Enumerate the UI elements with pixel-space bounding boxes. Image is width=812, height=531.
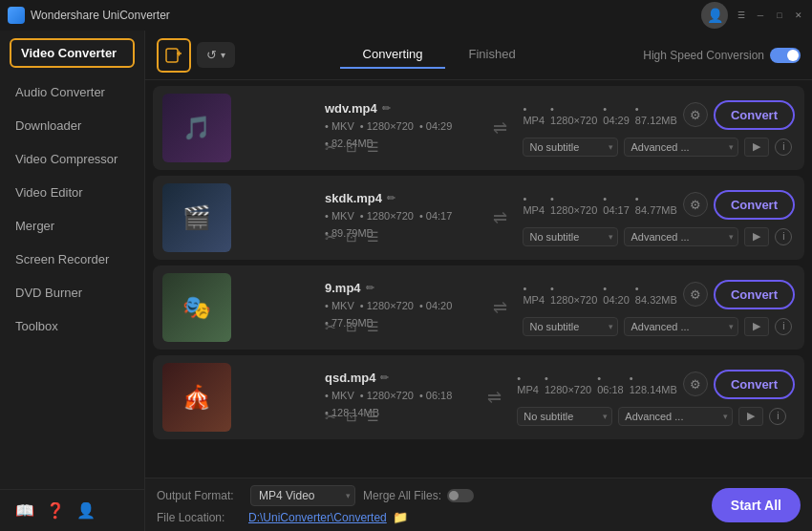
- trim-icon[interactable]: ✂: [325, 319, 336, 334]
- preview-button[interactable]: ▶: [744, 138, 769, 157]
- arrow-area: ⇌: [484, 117, 515, 138]
- crop-icon[interactable]: ⊡: [346, 229, 357, 244]
- app-icon: [8, 7, 25, 24]
- help-icon[interactable]: ❓: [46, 501, 65, 520]
- convert-button[interactable]: Convert: [714, 370, 795, 399]
- arrow-area: ⇌: [479, 387, 509, 408]
- format-select-wrapper: MP4 Video MKV Video AVI Video MOV Video: [250, 485, 355, 506]
- close-button[interactable]: ✕: [793, 10, 804, 21]
- settings-icon[interactable]: ⚙: [683, 282, 708, 307]
- file-thumbnail: 🎵: [162, 94, 231, 162]
- format-row: Output Format: MP4 Video MKV Video AVI V…: [157, 485, 700, 506]
- add-files-button[interactable]: [157, 38, 191, 73]
- sidebar-item-merger[interactable]: Merger: [0, 209, 144, 243]
- sidebar-item-video-compressor[interactable]: Video Compressor: [0, 142, 144, 176]
- output-duration: • 06:18: [597, 372, 624, 395]
- subtitle-icon[interactable]: ☰: [367, 319, 379, 334]
- output-top: • MP4 • 1280×720 • 04:20 • 84.32MB ⚙ Con…: [523, 280, 795, 309]
- minimize-button[interactable]: ─: [755, 10, 766, 21]
- output-format-select[interactable]: MP4 Video MKV Video AVI Video MOV Video: [250, 485, 355, 506]
- file-location-label: File Location:: [157, 511, 243, 524]
- sidebar-item-video-converter[interactable]: Video Converter: [10, 38, 135, 68]
- swap-icon: ⇌: [487, 387, 502, 408]
- advanced-select[interactable]: Advanced ... Advanced settings: [624, 138, 738, 157]
- sidebar-item-audio-converter[interactable]: Audio Converter: [0, 75, 144, 109]
- subtitle-select[interactable]: No subtitle Add subtitle: [523, 227, 618, 246]
- rotate-button[interactable]: ↺ ▾: [197, 42, 235, 68]
- input-resolution: • 1280×720: [360, 390, 414, 401]
- sidebar-item-dvd-burner[interactable]: DVD Burner: [0, 276, 144, 309]
- sidebar-item-downloader[interactable]: Downloader: [0, 109, 144, 142]
- thumbnail-image: 🎵: [162, 94, 231, 162]
- info-button[interactable]: i: [769, 408, 786, 425]
- sidebar-item-screen-recorder[interactable]: Screen Recorder: [0, 243, 144, 276]
- subtitle-icon[interactable]: ☰: [367, 229, 379, 244]
- merge-toggle: Merge All Files:: [363, 489, 474, 502]
- settings-icon[interactable]: ⚙: [683, 102, 708, 127]
- crop-icon[interactable]: ⊡: [346, 319, 357, 334]
- input-duration: • 04:17: [419, 210, 452, 222]
- profile-icon[interactable]: 👤: [76, 501, 96, 520]
- preview-button[interactable]: ▶: [744, 317, 769, 336]
- trim-icon[interactable]: ✂: [325, 409, 336, 424]
- subtitle-select-wrapper: No subtitle Add subtitle: [523, 317, 618, 336]
- subtitle-select[interactable]: No subtitle Add subtitle: [523, 317, 618, 336]
- edit-filename-icon[interactable]: ✏: [387, 192, 395, 204]
- sidebar-item-toolbox[interactable]: Toolbox: [0, 309, 144, 343]
- convert-button[interactable]: Convert: [714, 280, 795, 309]
- input-format: • MKV: [325, 300, 354, 311]
- merge-toggle-switch[interactable]: [447, 489, 474, 502]
- main-layout: Video Converter Audio Converter Download…: [0, 31, 812, 531]
- info-button[interactable]: i: [775, 228, 792, 245]
- restore-button[interactable]: □: [774, 10, 785, 21]
- output-top: • MP4 • 1280×720 • 04:29 • 87.12MB ⚙ Con…: [523, 100, 795, 130]
- tab-group: Converting Finished: [243, 41, 635, 69]
- advanced-select[interactable]: Advanced ... Advanced settings: [624, 227, 738, 246]
- user-avatar[interactable]: 👤: [701, 2, 728, 29]
- advanced-select[interactable]: Advanced ... Advanced settings: [624, 317, 738, 336]
- app-title: Wondershare UniConverter: [31, 9, 701, 22]
- trim-icon[interactable]: ✂: [325, 139, 336, 155]
- tab-finished[interactable]: Finished: [445, 41, 538, 69]
- edit-filename-icon[interactable]: ✏: [380, 372, 389, 384]
- sidebar-item-video-editor[interactable]: Video Editor: [0, 176, 144, 209]
- output-section: • MP4 • 1280×720 • 04:17 • 84.77MB ⚙ Con…: [523, 190, 795, 246]
- speed-toggle: High Speed Conversion: [643, 48, 801, 63]
- subtitle-icon[interactable]: ☰: [367, 139, 379, 155]
- output-duration: • 04:20: [603, 283, 630, 306]
- subtitle-icon[interactable]: ☰: [367, 409, 379, 424]
- trim-icon[interactable]: ✂: [325, 229, 336, 244]
- file-actions: ✂ ⊡ ☰: [325, 229, 379, 244]
- book-icon[interactable]: 📖: [15, 501, 34, 520]
- crop-icon[interactable]: ⊡: [346, 409, 357, 424]
- subtitle-select[interactable]: No subtitle Add subtitle: [517, 407, 612, 426]
- file-name-row: qsd.mp4 ✏: [325, 371, 389, 385]
- file-name-row: wdv.mp4 ✏: [325, 101, 391, 116]
- tab-converting[interactable]: Converting: [340, 41, 446, 69]
- preview-button[interactable]: ▶: [738, 407, 763, 426]
- preview-button[interactable]: ▶: [744, 227, 769, 246]
- start-all-button[interactable]: Start All: [712, 488, 801, 522]
- edit-filename-icon[interactable]: ✏: [382, 102, 391, 115]
- convert-button[interactable]: Convert: [714, 190, 795, 220]
- output-meta: • MP4 • 1280×720 • 06:18 • 128.14MB: [517, 372, 677, 395]
- rotate-icon: ↺: [206, 48, 217, 62]
- file-name: 9.mp4: [325, 281, 361, 295]
- settings-icon[interactable]: ⚙: [683, 192, 708, 217]
- file-location-path[interactable]: D:\UniConverter\Converted: [248, 511, 387, 524]
- info-button[interactable]: i: [775, 318, 792, 335]
- subtitle-select[interactable]: No subtitle Add subtitle: [523, 138, 618, 157]
- advanced-select[interactable]: Advanced ... Advanced settings: [618, 407, 733, 426]
- speed-toggle-switch[interactable]: [770, 48, 801, 63]
- menu-icon[interactable]: ☰: [736, 10, 747, 21]
- edit-filename-icon[interactable]: ✏: [366, 282, 374, 294]
- thumbnail-image: 🎭: [162, 273, 231, 342]
- crop-icon[interactable]: ⊡: [346, 139, 357, 155]
- info-button[interactable]: i: [775, 138, 792, 156]
- output-meta: • MP4 • 1280×720 • 04:17 • 84.77MB: [523, 193, 676, 216]
- input-format: • MKV: [325, 210, 354, 222]
- folder-icon[interactable]: 📁: [393, 510, 408, 524]
- settings-icon[interactable]: ⚙: [683, 372, 708, 396]
- convert-button[interactable]: Convert: [714, 100, 795, 130]
- file-name-row: skdk.mp4 ✏: [325, 191, 395, 205]
